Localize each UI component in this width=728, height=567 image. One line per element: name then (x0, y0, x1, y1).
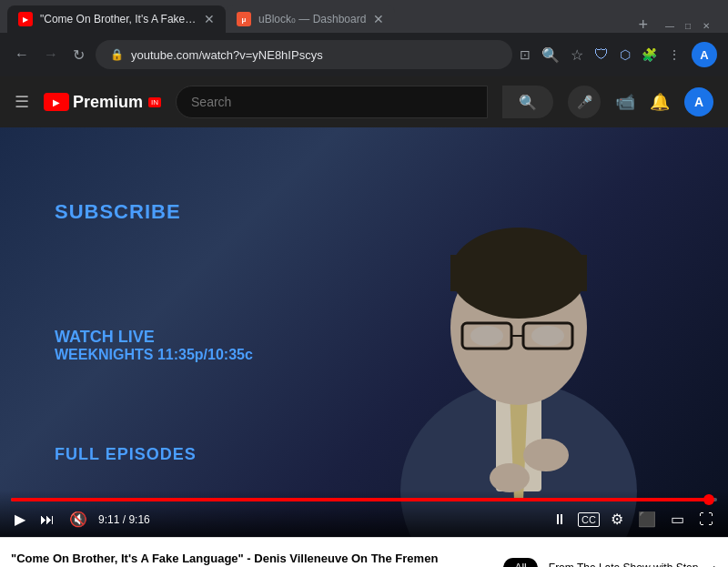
youtube-favicon: ▶ (18, 12, 33, 26)
ublock-favicon: μ (237, 12, 251, 26)
address-bar: ← → ↻ 🔒 youtube.com/watch?v=yNE8hIPscys … (0, 33, 728, 76)
cast-icon[interactable]: ⊡ (520, 47, 531, 62)
settings-button[interactable]: ⚙ (607, 509, 627, 530)
hamburger-menu[interactable]: ☰ (15, 92, 29, 112)
playlist-text: From The Late Show with Step... (549, 562, 708, 568)
pause-icon[interactable]: ⏸ (549, 510, 571, 530)
video-background: SUBSCRIBE WATCH LIVE WEEKNIGHTS 11:35p/1… (0, 127, 728, 537)
bookmark-icon[interactable]: ☆ (571, 46, 583, 64)
search-button[interactable]: 🔍 (502, 86, 553, 118)
progress-filled (11, 498, 710, 501)
right-controls: ⏸ CC ⚙ ⬛ ▭ ⛶ (549, 509, 717, 530)
user-avatar[interactable]: A (684, 87, 713, 116)
youtube-logo-text: Premium (73, 93, 143, 112)
video-title: "Come On Brother, It's A Fake Language" … (11, 551, 492, 567)
notifications-icon[interactable]: 🔔 (650, 92, 670, 112)
url-text: youtube.com/watch?v=yNE8hIPscys (131, 48, 498, 62)
youtube-logo-badge: IN (148, 97, 161, 107)
svg-point-11 (531, 326, 564, 346)
search-bar[interactable] (176, 86, 488, 118)
close-button[interactable]: ✕ (699, 18, 713, 33)
tab-ublock-label: uBlock₀ — Dashboard (258, 13, 366, 25)
youtube-logo[interactable]: Premium IN (44, 93, 161, 112)
tab-youtube[interactable]: ▶ "Come On Brother, It's A Fake ... ✕ (7, 5, 226, 33)
browser-window: ▶ "Come On Brother, It's A Fake ... ✕ μ … (0, 0, 728, 567)
tab-ublock-close[interactable]: ✕ (373, 12, 384, 26)
progress-dot (703, 494, 714, 505)
mute-button[interactable]: 🔇 (66, 509, 91, 530)
search-input[interactable] (191, 95, 472, 109)
cc-button[interactable]: CC (578, 512, 600, 527)
controls-row: ▶ ⏭ 🔇 9:11 / 9:16 ⏸ CC ⚙ ⬛ ▭ ⛶ (11, 509, 717, 530)
lock-icon: 🔒 (110, 48, 124, 61)
full-episodes-text: FULL EPISODES (55, 445, 197, 464)
playlist-info: From The Late Show with Step... › (549, 561, 717, 568)
person-svg (364, 146, 673, 537)
youtube-header-icons: 📹 🔔 A (615, 87, 713, 116)
window-controls: — □ ✕ (655, 18, 721, 33)
video-person (364, 146, 673, 537)
miniplayer-button[interactable]: ⬛ (634, 509, 660, 530)
watch-live-section: WATCH LIVE WEEKNIGHTS 11:35p/10:35c (55, 328, 253, 363)
new-tab-button[interactable]: + (631, 16, 655, 33)
skip-button[interactable]: ⏭ (36, 510, 58, 530)
profile-avatar[interactable]: A (692, 42, 717, 67)
forward-button[interactable]: → (40, 43, 62, 66)
bottom-bar: "Come On Brother, It's A Fake Language" … (0, 537, 728, 567)
tab-bar: ▶ "Come On Brother, It's A Fake ... ✕ μ … (0, 0, 728, 33)
watch-live-text: WATCH LIVE (55, 328, 253, 347)
svg-point-12 (523, 439, 569, 471)
extensions-icon[interactable]: 🧩 (642, 47, 657, 62)
progress-bar[interactable] (11, 498, 717, 501)
fullscreen-button[interactable]: ⛶ (695, 510, 717, 530)
play-button[interactable]: ▶ (11, 509, 29, 530)
minimize-button[interactable]: — (662, 18, 677, 33)
subscribe-text: SUBSCRIBE (55, 200, 181, 224)
mic-button[interactable]: 🎤 (568, 86, 601, 118)
toolbar-icons: ⊡ 🔍 ☆ 🛡 ⬡ 🧩 ⋮ A (520, 42, 717, 67)
svg-point-13 (490, 463, 530, 492)
youtube-logo-icon (44, 93, 69, 111)
search-icon[interactable]: 🔍 (541, 46, 560, 64)
video-controls: ▶ ⏭ 🔇 9:11 / 9:16 ⏸ CC ⚙ ⬛ ▭ ⛶ (0, 491, 728, 537)
tab-youtube-close[interactable]: ✕ (204, 12, 215, 26)
video-title-section: "Come On Brother, It's A Fake Language" … (11, 551, 492, 567)
maximize-button[interactable]: □ (681, 18, 695, 33)
back-button[interactable]: ← (11, 43, 33, 66)
svg-point-10 (470, 326, 503, 346)
refresh-button[interactable]: ↻ (69, 43, 88, 67)
chevron-right-icon[interactable]: › (713, 561, 717, 568)
video-time: 9:11 / 9:16 (98, 513, 150, 526)
extension-icon[interactable]: ⬡ (620, 47, 631, 62)
tab-ublockzero[interactable]: μ uBlock₀ — Dashboard ✕ (226, 5, 395, 33)
menu-icon[interactable]: ⋮ (668, 47, 681, 62)
shield-icon: 🛡 (594, 46, 609, 63)
youtube-header: ☰ Premium IN 🔍 🎤 📹 🔔 A (0, 76, 728, 127)
tab-youtube-label: "Come On Brother, It's A Fake ... (40, 13, 197, 25)
svg-rect-6 (450, 255, 587, 291)
theater-button[interactable]: ▭ (667, 509, 688, 530)
weeknights-text: WEEKNIGHTS 11:35p/10:35c (55, 347, 253, 363)
create-video-icon[interactable]: 📹 (615, 92, 635, 112)
video-player: SUBSCRIBE WATCH LIVE WEEKNIGHTS 11:35p/1… (0, 127, 728, 537)
url-bar[interactable]: 🔒 youtube.com/watch?v=yNE8hIPscys (96, 40, 512, 69)
all-button[interactable]: All (503, 558, 537, 568)
